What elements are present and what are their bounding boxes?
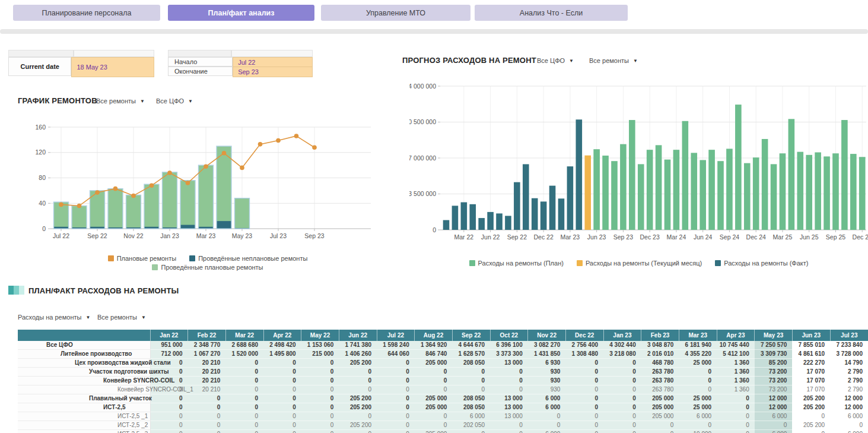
repair-cost-forecast-chart[interactable]: 03 500 0007 000 00010 500 00014 000 000M… — [409, 82, 868, 244]
row-label[interactable]: Участок подготовки шихты — [18, 368, 150, 377]
planned-repairs-point[interactable] — [150, 184, 154, 188]
performed-planned-bar[interactable] — [235, 198, 250, 229]
plan-cost-bar[interactable] — [700, 160, 706, 230]
performed-unplanned-bar[interactable] — [217, 221, 231, 229]
repair-schedule-chart[interactable]: 04080120160Jul 22Sep 22Nov 22Jan 23Mar 2… — [24, 114, 380, 246]
fact-cost-bar[interactable] — [576, 119, 583, 230]
tab-plan-fact-analysis[interactable]: План/факт анализ — [168, 5, 314, 21]
performed-planned-bar[interactable] — [108, 189, 123, 229]
fact-cost-bar[interactable] — [443, 220, 450, 230]
plan-cost-bar[interactable] — [682, 121, 689, 230]
plan-cost-bar[interactable] — [602, 156, 609, 230]
plan-cost-bar[interactable] — [647, 150, 653, 230]
performed-unplanned-bar[interactable] — [180, 225, 195, 229]
tab-what-if-analysis[interactable]: Анализ Что - Если — [475, 5, 628, 21]
row-label[interactable]: ИСТ-2,5 — [18, 403, 150, 412]
plan-cost-bar[interactable] — [664, 160, 671, 230]
plan-cost-bar[interactable] — [620, 144, 627, 230]
plan-cost-bar[interactable] — [780, 153, 786, 230]
fact-cost-bar[interactable] — [452, 206, 459, 230]
plan-cost-bar[interactable] — [824, 156, 830, 230]
repair-chart-filter-cfo[interactable]: Все ЦФО▼ — [156, 97, 193, 105]
planned-repairs-point[interactable] — [167, 170, 172, 175]
plan-cost-bar[interactable] — [744, 163, 751, 230]
plan-cost-bar[interactable] — [806, 155, 812, 230]
plan-cost-bar[interactable] — [708, 150, 715, 230]
performed-planned-bar[interactable] — [180, 181, 195, 229]
plan-cost-bar[interactable] — [815, 152, 821, 230]
plan-cost-bar[interactable] — [859, 157, 866, 230]
performed-planned-bar[interactable] — [163, 172, 177, 229]
planned-repairs-point[interactable] — [131, 194, 136, 198]
plan-cost-bar[interactable] — [726, 148, 733, 230]
performed-planned-bar[interactable] — [217, 146, 231, 229]
row-label[interactable]: Плавильный участок — [18, 394, 150, 403]
plan-cost-bar[interactable] — [691, 153, 697, 230]
planned-repairs-point[interactable] — [312, 145, 317, 150]
plan-cost-bar[interactable] — [593, 149, 600, 230]
plan-cost-bar[interactable] — [788, 119, 795, 230]
tab-mto-management[interactable]: Управление МТО — [321, 5, 470, 21]
forecast-chart-filter-repairs[interactable]: Все ремонты▼ — [589, 57, 638, 64]
fact-cost-bar[interactable] — [567, 166, 574, 230]
plan-cost-bar[interactable] — [638, 164, 644, 230]
planned-repairs-point[interactable] — [294, 134, 299, 138]
planned-repairs-point[interactable] — [222, 151, 227, 156]
fact-cost-bar[interactable] — [461, 203, 468, 230]
row-label[interactable]: Цех производства жидкой стали — [18, 359, 150, 368]
row-label[interactable]: Конвейер SYNCRO-COIL_1 — [18, 385, 150, 394]
plan-cost-bar[interactable] — [611, 161, 618, 230]
plan-cost-bar[interactable] — [832, 153, 839, 230]
plan-cost-bar[interactable] — [841, 120, 848, 230]
repair-chart-filter-repairs[interactable]: Все ремонты▼ — [96, 97, 145, 105]
planned-repairs-point[interactable] — [204, 164, 208, 169]
plan-cost-bar[interactable] — [753, 157, 759, 230]
fact-cost-bar[interactable] — [540, 201, 547, 230]
planned-repairs-point[interactable] — [240, 166, 244, 170]
plan-cost-bar[interactable] — [673, 150, 680, 230]
planned-repairs-point[interactable] — [113, 187, 118, 191]
planned-repairs-point[interactable] — [258, 142, 263, 147]
performed-planned-bar[interactable] — [72, 206, 87, 229]
row-label[interactable]: Литейное производство — [18, 350, 150, 359]
fact-cost-bar[interactable] — [514, 182, 520, 230]
planned-repairs-point[interactable] — [95, 190, 100, 195]
fact-cost-bar[interactable] — [505, 216, 511, 230]
planned-repairs-point[interactable] — [59, 203, 63, 207]
tab-personnel-planning[interactable]: Планирование персонала — [13, 5, 160, 21]
fact-cost-bar[interactable] — [487, 212, 494, 230]
performed-planned-bar[interactable] — [199, 165, 214, 229]
table-cell: 4 302 440 — [603, 341, 641, 350]
row-label[interactable]: Все ЦФО — [18, 341, 150, 350]
plan-cost-bar[interactable] — [797, 152, 804, 230]
fact-cost-bar[interactable] — [549, 186, 556, 230]
period-end-value[interactable]: Sep 23 — [233, 67, 313, 77]
fact-cost-bar[interactable] — [523, 164, 529, 230]
plan-cost-bar[interactable] — [656, 145, 662, 230]
plan-cost-bar[interactable] — [771, 164, 777, 230]
forecast-chart-filter-cfo[interactable]: Все ЦФО▼ — [537, 57, 574, 64]
row-label[interactable]: Конвейер SYNCRO-COIL — [18, 377, 150, 385]
row-label[interactable]: ИСТ-2,5 _2 — [18, 421, 150, 430]
table-filter-repairs[interactable]: Все ремонты▼ — [97, 314, 146, 321]
fact-cost-bar[interactable] — [496, 213, 503, 230]
fact-cost-bar[interactable] — [532, 198, 538, 230]
plan-cost-bar[interactable] — [762, 139, 768, 230]
row-label[interactable]: ИСТ-2,5 _1 — [18, 412, 150, 421]
planned-repairs-point[interactable] — [186, 181, 190, 185]
plan-cost-bar[interactable] — [735, 105, 742, 230]
current-month-cost-bar[interactable] — [584, 156, 591, 230]
performed-planned-bar[interactable] — [126, 195, 141, 229]
performed-planned-bar[interactable] — [144, 184, 159, 229]
fact-cost-bar[interactable] — [478, 218, 485, 230]
table-filter-measure[interactable]: Расходы на ремонты▼ — [18, 314, 90, 321]
plan-cost-bar[interactable] — [850, 154, 857, 230]
plan-cost-bar[interactable] — [629, 120, 635, 230]
row-label[interactable]: ИСТ-2,5 _3 — [18, 430, 150, 433]
fact-cost-bar[interactable] — [469, 204, 476, 230]
planned-repairs-point[interactable] — [276, 138, 281, 143]
plan-cost-bar[interactable] — [717, 161, 724, 230]
planned-repairs-point[interactable] — [77, 204, 82, 208]
fact-cost-bar[interactable] — [558, 198, 565, 230]
current-date-value[interactable]: 18 May 23 — [71, 57, 154, 77]
